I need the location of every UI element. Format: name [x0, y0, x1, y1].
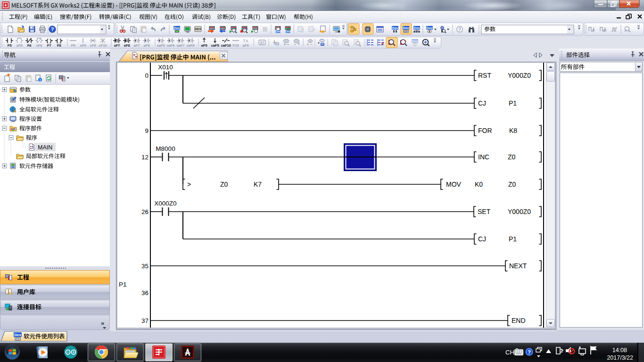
svg-text:saF6: saF6 [166, 43, 175, 48]
svg-text:aF8: aF8 [144, 43, 150, 48]
svg-text:sF5: sF5 [17, 43, 23, 48]
svg-text:Z0: Z0 [508, 153, 516, 161]
svg-text:2017/3/22: 2017/3/22 [607, 354, 633, 361]
svg-text:Z0: Z0 [508, 181, 516, 188]
svg-text:?: ? [528, 349, 531, 355]
svg-text:>: > [187, 181, 191, 188]
svg-text:NEXT: NEXT [509, 262, 527, 270]
svg-text:K7: K7 [254, 181, 262, 188]
svg-text:HEX: HEX [195, 27, 201, 31]
svg-text:caF5: caF5 [211, 43, 219, 48]
svg-text:Dev: Dev [392, 26, 398, 30]
svg-text:i: i [40, 78, 41, 82]
svg-text:K0: K0 [475, 181, 483, 188]
svg-text:F9: F9 [71, 43, 76, 48]
svg-text:9: 9 [145, 127, 149, 134]
svg-text:sF8: sF8 [124, 43, 131, 48]
svg-text:Z0: Z0 [220, 181, 228, 188]
svg-text:P1: P1 [119, 281, 127, 288]
svg-text:36: 36 [141, 289, 149, 296]
svg-text:M8000: M8000 [156, 145, 175, 152]
svg-text:cF10: cF10 [99, 43, 107, 48]
svg-text:MOV: MOV [446, 181, 462, 188]
svg-text:END: END [512, 317, 526, 324]
svg-text:P1: P1 [509, 235, 517, 243]
svg-text:saF5: saF5 [157, 43, 165, 48]
svg-text:F5: F5 [8, 43, 12, 48]
svg-text:Dev: Dev [403, 26, 409, 30]
svg-text:F7: F7 [47, 43, 52, 48]
svg-text:TX: TX [243, 39, 248, 43]
svg-text:Dev: Dev [174, 26, 180, 30]
svg-text:Y000Z0: Y000Z0 [508, 208, 531, 215]
svg-text:Y000Z0: Y000Z0 [508, 72, 531, 79]
svg-text:sF7: sF7 [114, 43, 121, 48]
svg-text:INC: INC [478, 153, 489, 161]
svg-text:0: 0 [145, 72, 149, 79]
svg-text:Dev: Dev [412, 40, 418, 43]
svg-text:?: ? [458, 27, 461, 32]
svg-text:( ): ( ) [47, 38, 52, 43]
svg-text:saF8: saF8 [186, 43, 195, 48]
svg-text:Dev: Dev [414, 26, 420, 30]
svg-text:X000Z0: X000Z0 [154, 200, 176, 207]
svg-text:CJ: CJ [478, 99, 486, 107]
svg-text:35: 35 [141, 263, 149, 270]
svg-text:P1: P1 [509, 99, 517, 107]
svg-text:Dev: Dev [427, 26, 433, 30]
svg-text:37: 37 [141, 317, 149, 324]
svg-text:cF9: cF9 [90, 43, 97, 48]
svg-text:caF10: caF10 [221, 43, 231, 48]
svg-text:?: ? [51, 26, 54, 32]
svg-text:F8: F8 [57, 43, 62, 48]
svg-text:FOR: FOR [478, 127, 492, 134]
svg-text:SET: SET [478, 208, 491, 215]
svg-text:ST: ST [260, 41, 265, 44]
svg-text:aF7: aF7 [134, 43, 140, 48]
svg-text:F10: F10 [233, 43, 239, 48]
svg-text:F6: F6 [27, 43, 32, 48]
svg-text:K8: K8 [509, 127, 517, 134]
svg-text:sF9: sF9 [80, 43, 87, 48]
svg-text:»: » [101, 320, 104, 327]
svg-text:Dev: Dev [275, 30, 281, 33]
svg-text:{ }: { } [56, 38, 62, 43]
svg-text:X010: X010 [158, 64, 173, 71]
svg-text:sF6: sF6 [36, 43, 43, 48]
svg-text:CJ: CJ [478, 235, 486, 243]
svg-text:aF9: aF9 [243, 43, 249, 48]
svg-text:CH: CH [505, 349, 514, 356]
svg-text:saF7: saF7 [176, 43, 185, 48]
svg-text:aF5: aF5 [201, 43, 208, 48]
svg-text:12: 12 [141, 154, 149, 161]
svg-text:Dev: Dev [285, 30, 291, 33]
svg-text:26: 26 [141, 208, 149, 215]
svg-text:RST: RST [478, 72, 491, 79]
svg-text:14:08: 14:08 [612, 347, 627, 354]
